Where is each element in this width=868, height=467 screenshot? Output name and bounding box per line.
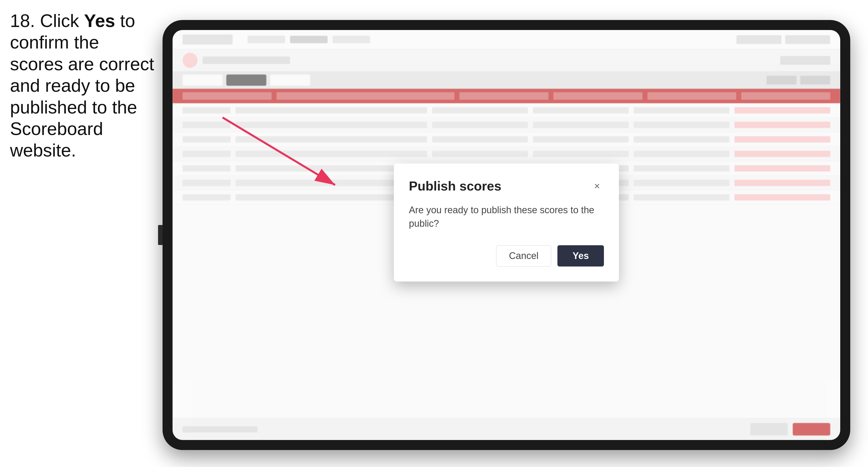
app-logo (183, 34, 232, 44)
app-header-right (737, 35, 830, 44)
instruction-after: to confirm the scores are correct and re… (10, 11, 154, 160)
bottom-right (750, 423, 830, 436)
event-logo (183, 53, 197, 68)
header-btn-2 (785, 35, 830, 44)
publish-scores-dialog[interactable]: Publish scores × Are you ready to publis… (394, 163, 619, 281)
nav-item-3 (333, 36, 370, 43)
th-total (741, 92, 830, 100)
th-competitor (277, 92, 454, 100)
th-place (183, 92, 272, 100)
toolbar-right-2 (800, 76, 830, 85)
app-nav (248, 36, 370, 43)
header-btn-1 (737, 35, 781, 44)
toolbar-btn-1 (183, 74, 223, 86)
table-header (173, 89, 840, 103)
table-row (173, 147, 840, 161)
tablet-body: Publish scores × Are you ready to publis… (162, 20, 850, 450)
nav-item-2 (290, 36, 328, 43)
subheader-right (780, 56, 830, 65)
table-row (173, 103, 840, 118)
dialog-header: Publish scores × (409, 179, 604, 193)
yes-button[interactable]: Yes (557, 245, 604, 267)
app-header (173, 30, 840, 49)
bottom-btn-1 (750, 423, 788, 436)
dialog-body-text: Are you ready to publish these scores to… (409, 204, 604, 230)
bottom-text (183, 426, 257, 433)
th-score3 (647, 92, 737, 100)
nav-item-1 (248, 36, 285, 43)
toolbar-btn-3 (270, 74, 310, 86)
table-row (173, 118, 840, 132)
app-bottom (173, 418, 840, 440)
instruction-text: 18. Click Yes to confirm the scores are … (10, 10, 155, 161)
tablet-screen: Publish scores × Are you ready to publis… (173, 30, 840, 440)
table-row (173, 132, 840, 147)
th-score1 (459, 92, 549, 100)
toolbar-right-1 (767, 76, 797, 85)
dialog-close-button[interactable]: × (590, 179, 604, 193)
toolbar-spacer (767, 76, 830, 85)
dialog-footer: Cancel Yes (409, 245, 604, 267)
step-number: 18. (10, 11, 35, 31)
tablet-side-button (158, 225, 162, 245)
app-subheader (173, 49, 840, 71)
instruction-plain: Click (40, 11, 84, 31)
instruction-bold: Yes (84, 11, 115, 31)
event-title (203, 57, 290, 64)
th-score2 (553, 92, 643, 100)
app-toolbar (173, 71, 840, 89)
cancel-button[interactable]: Cancel (496, 245, 551, 267)
tablet: Publish scores × Are you ready to publis… (162, 20, 850, 450)
toolbar-btn-2 (226, 74, 266, 86)
dialog-title: Publish scores (409, 179, 501, 193)
publish-scores-btn-bg (793, 423, 830, 436)
